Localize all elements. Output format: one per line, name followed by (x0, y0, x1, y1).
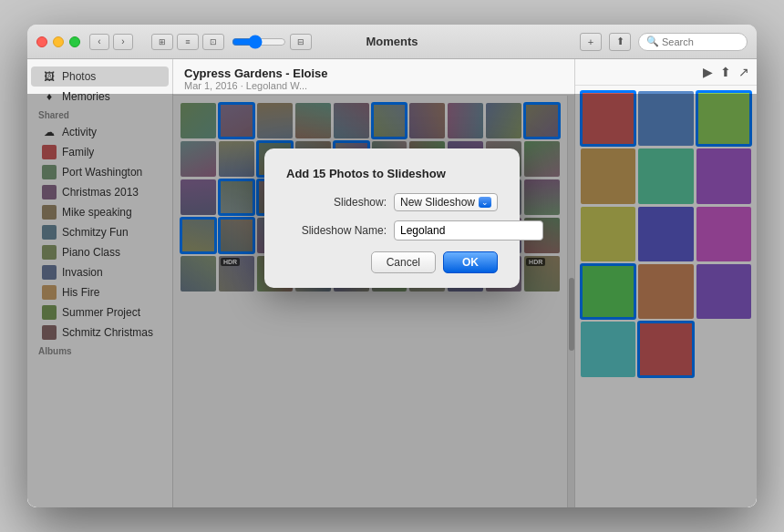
view-list-button[interactable]: ≡ (177, 34, 199, 50)
more-icon[interactable]: ↗ (738, 65, 749, 79)
slideshow-label: Slideshow: (286, 196, 387, 209)
view-detail-button[interactable]: ⊡ (202, 34, 224, 50)
add-button[interactable]: + (580, 33, 602, 51)
share-button[interactable]: ⬆ (609, 33, 631, 51)
share-icon[interactable]: ⬆ (720, 65, 731, 79)
slideshow-select[interactable]: New Slideshow ⌄ (394, 193, 498, 211)
sidebar-label-photos: Photos (62, 70, 96, 83)
search-icon: 🔍 (646, 36, 659, 47)
view-large-button[interactable]: ⊟ (290, 34, 312, 50)
cancel-button[interactable]: Cancel (371, 251, 436, 273)
name-label: Slideshow Name: (286, 224, 387, 237)
close-button[interactable] (36, 36, 47, 47)
modal-dialog: Add 15 Photos to Slideshow Slideshow: Ne… (264, 148, 520, 288)
sidebar-item-photos[interactable]: 🖼 Photos (31, 66, 169, 87)
modal-title: Add 15 Photos to Slideshow (286, 167, 498, 180)
side-panel-toolbar: ▶ ⬆ ↗ (575, 59, 757, 86)
slideshow-name-input[interactable] (394, 220, 543, 240)
slideshow-select-arrow: ⌄ (479, 197, 491, 208)
minimize-button[interactable] (53, 36, 64, 47)
modal-name-row: Slideshow Name: (286, 220, 498, 240)
back-button[interactable]: ‹ (89, 34, 109, 50)
collection-header: Cypress Gardens - Eloise Mar 1, 2016 · L… (173, 59, 574, 96)
modal-buttons: Cancel OK (286, 251, 498, 273)
zoom-slider[interactable] (232, 36, 286, 48)
search-box: 🔍 (638, 33, 748, 51)
modal-slideshow-row: Slideshow: New Slideshow ⌄ (286, 193, 498, 211)
titlebar: ‹ › ⊞ ≡ ⊡ ⊟ Moments + ⬆ 🔍 (27, 25, 757, 59)
traffic-lights (36, 36, 80, 47)
slideshow-select-value: New Slideshow (400, 196, 475, 209)
photos-icon: 🖼 (42, 69, 57, 84)
search-input[interactable] (662, 36, 744, 47)
window-title: Moments (366, 35, 418, 48)
maximize-button[interactable] (69, 36, 80, 47)
forward-button[interactable]: › (113, 34, 133, 50)
window-inner: 🖼 Photos ♦ Memories Shared ☁ Activity Fa… (27, 59, 757, 507)
view-controls: ⊞ ≡ ⊡ ⊟ (151, 34, 312, 50)
view-grid-button[interactable]: ⊞ (151, 34, 173, 50)
titlebar-right: + ⬆ 🔍 (580, 33, 748, 51)
nav-buttons: ‹ › (89, 34, 133, 50)
collection-title: Cypress Gardens - Eloise (184, 66, 563, 80)
zoom-slider-container (232, 36, 286, 48)
ok-button[interactable]: OK (443, 251, 498, 273)
collection-subtitle: Mar 1, 2016 · Legoland W... (184, 80, 563, 91)
modal-overlay: Add 15 Photos to Slideshow Slideshow: Ne… (27, 94, 757, 507)
play-icon[interactable]: ▶ (703, 65, 713, 79)
